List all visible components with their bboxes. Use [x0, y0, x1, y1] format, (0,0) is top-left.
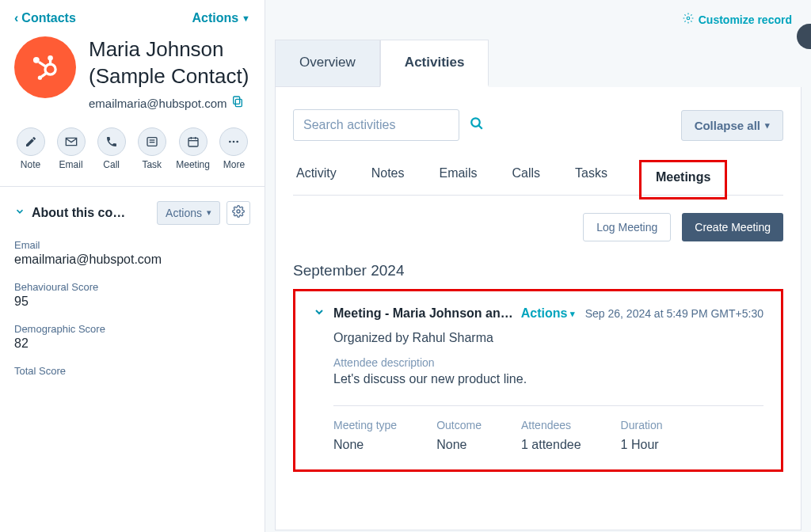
meeting-action[interactable]: Meeting: [176, 127, 210, 170]
qa-label: Note: [21, 159, 40, 170]
back-to-contacts[interactable]: ‹ Contacts: [14, 11, 76, 25]
copy-icon[interactable]: [231, 95, 244, 110]
qa-label: More: [223, 159, 245, 170]
meta-label: Attendees: [521, 419, 581, 431]
field-label: Total Score: [14, 365, 250, 377]
gear-icon: [683, 13, 694, 26]
meta-value: None: [436, 438, 482, 452]
qa-label: Call: [103, 159, 120, 170]
field-value: 95: [14, 294, 250, 309]
subtab-emails[interactable]: Emails: [436, 160, 480, 195]
caret-down-icon: ▾: [765, 120, 770, 131]
collapse-all-button[interactable]: Collapse all ▾: [681, 110, 783, 141]
contact-field: Behavioural Score95: [14, 281, 250, 309]
chevron-down-icon[interactable]: [14, 206, 25, 220]
contact-name: Maria Johnson (Sample Contact): [89, 36, 250, 90]
svg-point-1: [48, 55, 53, 61]
main-panel: Customize record OverviewActivities Coll…: [265, 0, 811, 532]
contact-email: emailmaria@hubspot.com: [89, 97, 227, 110]
more-action[interactable]: More: [218, 127, 250, 170]
contact-field: Emailemailmaria@hubspot.com: [14, 239, 250, 267]
meta-label: Meeting type: [333, 419, 397, 431]
about-actions-dropdown[interactable]: Actions ▾: [157, 201, 220, 225]
attendee-desc: Let's discuss our new product line.: [333, 372, 763, 386]
gear-icon: [232, 205, 245, 221]
settings-button[interactable]: [227, 201, 250, 225]
meeting-card: Meeting - Maria Johnson an… Actions ▾ Se…: [293, 289, 783, 472]
note-action[interactable]: Note: [14, 127, 47, 170]
create-meeting-button[interactable]: Create Meeting: [682, 213, 783, 241]
pencil-icon: [17, 127, 45, 156]
svg-rect-8: [234, 97, 240, 104]
search-icon: [470, 116, 484, 134]
caret-down-icon: ▼: [242, 13, 250, 23]
field-label: Behavioural Score: [14, 281, 250, 293]
contact-actions-dropdown[interactable]: Actions ▼: [192, 11, 250, 25]
meeting-meta: Duration1 Hour: [621, 419, 663, 452]
customize-label: Customize record: [699, 13, 792, 26]
subtab-tasks[interactable]: Tasks: [572, 160, 611, 195]
svg-point-20: [687, 17, 690, 20]
contact-field: Demographic Score82: [14, 323, 250, 351]
meta-value: 1 attendee: [521, 438, 581, 452]
svg-point-2: [33, 57, 40, 63]
log-meeting-button[interactable]: Log Meeting: [583, 213, 671, 241]
search-input[interactable]: [303, 118, 462, 132]
svg-line-22: [478, 125, 482, 129]
customize-record-link[interactable]: Customize record: [683, 13, 792, 26]
meeting-organizer: Organized by Rahul Sharma: [333, 331, 763, 345]
hubspot-logo-icon: [29, 51, 62, 84]
chevron-left-icon: ‹: [14, 11, 18, 25]
qa-label: Email: [59, 159, 83, 170]
call-action[interactable]: Call: [95, 127, 128, 170]
svg-point-16: [229, 140, 231, 142]
field-value: emailmaria@hubspot.com: [14, 253, 250, 267]
meeting-actions-dropdown[interactable]: Actions ▾: [521, 306, 576, 321]
activity-search[interactable]: [293, 109, 459, 141]
meeting-meta: Attendees1 attendee: [521, 419, 581, 452]
contact-sidebar: ‹ Contacts Actions ▼: [0, 0, 265, 532]
list-icon: [138, 127, 166, 156]
envelope-icon: [57, 127, 86, 156]
svg-rect-7: [236, 99, 242, 106]
qa-label: Meeting: [176, 159, 210, 170]
svg-line-5: [39, 62, 46, 66]
meta-label: Outcome: [436, 419, 482, 431]
email-action[interactable]: Email: [55, 127, 87, 170]
meeting-meta: Meeting typeNone: [333, 419, 397, 452]
subtab-notes[interactable]: Notes: [368, 160, 408, 195]
back-label: Contacts: [21, 11, 75, 25]
month-header: September 2024: [293, 262, 783, 279]
svg-point-21: [471, 118, 480, 127]
meta-value: None: [333, 438, 397, 452]
meeting-meta: OutcomeNone: [436, 419, 482, 452]
contact-field: Total Score: [14, 365, 250, 377]
subtab-activity[interactable]: Activity: [293, 160, 340, 195]
meta-value: 1 Hour: [621, 438, 663, 452]
chevron-down-icon[interactable]: [313, 306, 326, 321]
subtab-meetings[interactable]: Meetings: [653, 164, 714, 196]
field-label: Demographic Score: [14, 323, 250, 335]
caret-down-icon: ▾: [570, 309, 575, 319]
dots-icon: [219, 127, 248, 156]
meta-label: Duration: [621, 419, 663, 431]
actions-label: Actions: [192, 11, 238, 25]
meeting-timestamp: Sep 26, 2024 at 5:49 PM GMT+5:30: [585, 307, 763, 320]
tab-overview[interactable]: Overview: [275, 40, 380, 87]
svg-point-19: [237, 210, 240, 213]
meeting-title: Meeting - Maria Johnson an…: [333, 306, 513, 321]
qa-label: Task: [142, 159, 162, 170]
about-section-title: About this co…: [32, 206, 125, 220]
highlight-box: Meetings: [639, 160, 727, 200]
svg-point-17: [233, 140, 235, 142]
caret-down-icon: ▾: [207, 207, 211, 218]
tab-activities[interactable]: Activities: [380, 40, 489, 87]
task-action[interactable]: Task: [135, 127, 168, 170]
svg-line-6: [41, 73, 47, 77]
calendar-icon: [179, 127, 208, 156]
phone-icon: [97, 127, 126, 156]
subtab-calls[interactable]: Calls: [508, 160, 543, 195]
avatar: [14, 36, 76, 98]
attendee-desc-label: Attendee description: [333, 356, 763, 369]
svg-rect-12: [188, 138, 198, 146]
